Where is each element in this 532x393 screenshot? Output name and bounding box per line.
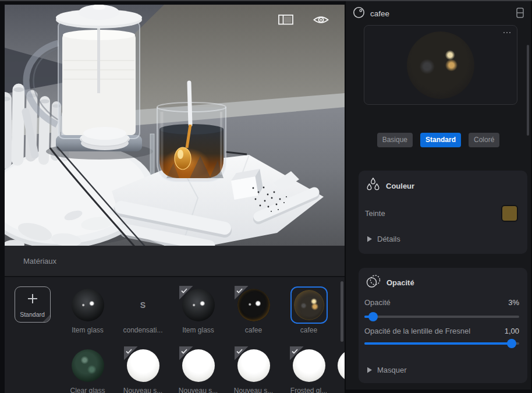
material-label: Nouveau s... [123,387,162,393]
device-icon[interactable] [516,8,524,20]
chevron-right-icon [367,367,372,373]
details-expander[interactable]: Détails [367,235,400,243]
slider-handle[interactable] [368,312,378,321]
opacity-value: 3% [508,298,519,307]
material-tile[interactable]: Nouveau s... [115,347,171,393]
material-sphere-thumb [72,349,104,382]
material-sphere-thumb [293,349,325,382]
chevron-right-icon [367,236,372,242]
color-section-title: Couleur [386,182,414,190]
color-section-card: Couleur Teinte Détails [359,171,527,254]
material-tile[interactable]: Nouveau s... [171,347,226,393]
materials-header: Matériaux [5,246,345,277]
material-sphere-thumb [182,349,215,382]
material-sphere-icon [353,6,365,21]
material-tile[interactable]: S condensati... [115,286,171,334]
mask-expander[interactable]: Masquer [367,366,407,374]
tint-color-swatch[interactable] [501,205,518,222]
materials-scrollbar[interactable] [341,281,343,342]
material-sphere-thumb [237,349,270,382]
opacity-section-title: Opacité [386,278,414,287]
substance-file-icon: S [140,300,146,310]
materials-title: Matériaux [23,257,56,265]
material-tile[interactable]: cafee [226,286,281,334]
material-tile-standard-new[interactable]: Standard [5,286,60,334]
material-inspector-panel: cafee Basique Standard Coloré [345,0,532,393]
material-sphere-thumb [237,289,270,321]
material-label: Nouveau s... [234,387,273,393]
window-bottom-edge [346,390,531,393]
inspector-header: cafee [346,1,531,26]
ellipsis-icon [503,32,505,34]
inspector-scrollbar[interactable] [527,45,529,136]
add-material-label: Standard [15,311,50,318]
visibility-button[interactable] [313,15,329,25]
material-label: Nouveau s... [179,387,218,393]
material-tile-spacer [5,347,60,393]
fresnel-label: Opacité de la lentille de Fresnel [364,327,470,335]
tint-row: Teinte [365,205,518,222]
material-sphere-thumb [127,349,159,382]
slider-fill [364,342,512,345]
tab-basique[interactable]: Basique [377,133,413,147]
tab-colore[interactable]: Coloré [469,133,499,147]
overlapping-circles-icon [366,275,381,291]
opacity-slider[interactable] [364,312,519,321]
material-label: Frosted gl... [290,387,327,393]
material-label: cafee [245,326,262,334]
fresnel-row: Opacité de la lentille de Fresnel 1,00 [364,327,519,335]
plus-icon [28,294,37,303]
material-label: condensati... [123,326,162,334]
material-sphere-thumb [182,289,215,321]
scene-render [5,5,345,246]
material-label: Clear glass [70,387,105,393]
mask-label: Masquer [377,366,407,374]
materials-grid: Standard Item glass S condensati... [5,277,345,393]
material-tile-selected[interactable]: cafee [281,286,336,334]
fresnel-value: 1,00 [505,327,519,335]
droplets-icon [366,178,380,194]
panel-layout-icon [278,15,295,25]
add-material-thumb: Standard [15,286,51,323]
material-tile[interactable]: Frosted gl... [281,347,336,393]
tab-standard[interactable]: Standard [420,133,461,147]
window-top-edge [0,0,532,1]
slider-handle[interactable] [507,339,516,348]
material-label: Item glass [182,326,214,334]
details-label: Détails [377,235,400,243]
material-label: Item glass [72,326,104,334]
tint-label: Teinte [365,209,385,218]
fresnel-slider[interactable] [364,339,519,348]
opacity-row: Opacité 3% [364,298,519,307]
preview-menu-button[interactable] [502,30,512,35]
material-name-title: cafee [370,9,389,18]
viewport-3d[interactable] [5,5,345,246]
material-sphere-thumb [72,289,104,321]
material-mode-tabs: Basique Standard Coloré [346,133,531,147]
material-tile[interactable]: Item glass [60,286,115,334]
material-tile[interactable]: Item glass [171,286,226,334]
opacity-section-card: Opacité Opacité 3% Opacité de la lentill… [359,268,527,383]
material-label: cafee [300,326,317,334]
material-preview-sphere[interactable] [407,31,474,99]
opacity-label: Opacité [364,298,391,307]
eye-icon [313,15,329,24]
material-tile[interactable]: Nouveau s... [226,347,281,393]
selection-border [290,286,328,324]
application-window: Matériaux Standard Item glass S condensa… [0,0,532,393]
material-preview-card [364,25,517,105]
material-sphere-thumb [294,290,324,320]
slider-track [364,316,519,318]
material-tile[interactable]: Clear glass [60,347,115,393]
panel-toggle-button[interactable] [278,15,295,25]
